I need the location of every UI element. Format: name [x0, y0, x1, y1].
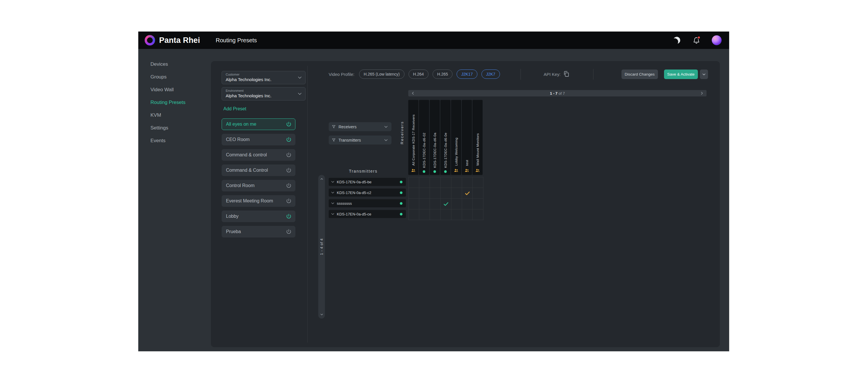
matrix-cell[interactable]	[441, 199, 452, 209]
matrix-cell[interactable]	[462, 177, 473, 188]
matrix-cell[interactable]	[441, 188, 452, 199]
matrix-cell[interactable]	[419, 199, 430, 209]
receiver-column-wall-mount-monitors[interactable]: Wall Mount Monitors	[472, 100, 483, 175]
matrix-cell[interactable]	[441, 177, 452, 188]
customer-select[interactable]: Customer Alpha Technologies Inc.	[222, 71, 306, 84]
matrix-cell[interactable]	[441, 209, 452, 220]
preset-name: Command & Control	[226, 168, 286, 173]
save-activate-button[interactable]: Save & Activate	[664, 69, 698, 79]
video-profile-option-j2k7[interactable]: J2K7	[482, 69, 500, 79]
sidebar-item-devices[interactable]: Devices	[138, 58, 211, 71]
notifications-button[interactable]	[692, 36, 701, 45]
vertical-divider	[307, 66, 308, 343]
sidebar-item-routing-presets[interactable]: Routing Presets	[138, 96, 211, 109]
receiver-column-kds-17dec-0a-d6-02[interactable]: KDS-17DEC-0a-d6-02	[419, 100, 429, 175]
environment-select[interactable]: Environment Alpha Technologies Inc.	[222, 87, 306, 100]
preset-item-ceo-room[interactable]: CEO Room	[222, 134, 296, 145]
previous-page-button[interactable]	[410, 91, 415, 95]
sidebar-item-kvm[interactable]: KVM	[138, 109, 211, 122]
matrix-cell[interactable]	[473, 209, 484, 220]
transmitter-row-kds-17en-0a-d5-c2[interactable]: KDS-17EN-0a-d5-c2	[329, 188, 406, 197]
chevron-down-icon[interactable]	[331, 180, 335, 184]
preset-list: All eyes on meCEO RoomCommand & controlC…	[222, 118, 296, 241]
sidebar-item-video-wall[interactable]: Video Wall	[138, 83, 211, 96]
receivers-filter[interactable]: Receivers	[329, 122, 392, 131]
power-icon[interactable]	[286, 167, 292, 173]
power-icon[interactable]	[286, 229, 292, 235]
matrix-cell[interactable]	[462, 209, 473, 220]
matrix-cell[interactable]	[473, 177, 484, 188]
matrix-cell[interactable]	[452, 188, 462, 199]
chevron-down-icon[interactable]	[331, 190, 335, 195]
receiver-column-test[interactable]: test	[462, 100, 472, 175]
preset-item-command-control[interactable]: Command & Control	[222, 165, 296, 176]
power-icon[interactable]	[286, 183, 292, 188]
save-options-button[interactable]	[700, 69, 708, 79]
page-title: Routing Presets	[216, 37, 257, 44]
check-icon	[443, 201, 449, 207]
matrix-cell[interactable]	[473, 199, 484, 209]
online-dot	[423, 170, 425, 173]
transmitters-filter[interactable]: Transmitters	[329, 136, 392, 145]
receiver-column-kds-17dec-0a-d6-0a[interactable]: KDS-17DEC-0a-d6-0a	[430, 100, 440, 175]
filter-icon	[332, 138, 336, 142]
previous-rows-button[interactable]	[320, 177, 324, 181]
matrix-cell[interactable]	[452, 199, 462, 209]
video-profile-option-j2k17[interactable]: J2K17	[457, 69, 477, 79]
sidebar-item-groups[interactable]: Groups	[138, 71, 211, 83]
video-profile-option-h-265-low-latency[interactable]: H.265 (Low latency)	[359, 69, 404, 79]
chevron-down-icon[interactable]	[331, 212, 335, 216]
matrix-cell[interactable]	[430, 188, 441, 199]
preset-name: Lobby	[226, 214, 286, 219]
matrix-cell[interactable]	[408, 199, 419, 209]
preset-name: All eyes on me	[226, 122, 286, 127]
matrix-cell[interactable]	[462, 199, 473, 209]
transmitter-name: KDS-17EN-0a-d5-c2	[337, 190, 400, 195]
add-preset-button[interactable]: Add Preset	[223, 106, 246, 112]
matrix-cell[interactable]	[419, 177, 430, 188]
next-rows-button[interactable]	[320, 313, 324, 317]
environment-select-value: Alpha Technologies Inc.	[226, 93, 295, 98]
preset-item-lobby[interactable]: Lobby	[222, 210, 296, 222]
preset-item-prueba[interactable]: Prueba	[222, 226, 296, 237]
matrix-cell[interactable]	[408, 188, 419, 199]
matrix-cell[interactable]	[408, 177, 419, 188]
power-icon[interactable]	[286, 152, 292, 158]
sidebar-item-events[interactable]: Events	[138, 135, 211, 147]
matrix-cell[interactable]	[419, 188, 430, 199]
preset-item-all-eyes-on-me[interactable]: All eyes on me	[222, 118, 296, 130]
matrix-cell[interactable]	[430, 177, 441, 188]
next-page-button[interactable]	[700, 91, 704, 95]
power-icon[interactable]	[286, 121, 292, 127]
matrix-cell[interactable]	[430, 209, 441, 220]
transmitter-row-kds-17en-0a-d5-be[interactable]: KDS-17EN-0a-d5-be	[329, 178, 406, 186]
receiver-column-lobby-welcoming[interactable]: Lobby Welcoming	[451, 100, 461, 175]
preset-item-control-room[interactable]: Control Room	[222, 180, 296, 191]
theme-toggle-button[interactable]	[673, 36, 681, 45]
power-icon[interactable]	[286, 213, 292, 219]
transmitter-row-ssssssss[interactable]: ssssssss	[329, 199, 406, 207]
sidebar-item-label: Groups	[151, 74, 167, 80]
matrix-cell[interactable]	[473, 188, 484, 199]
matrix-cell[interactable]	[452, 209, 462, 220]
discard-changes-button[interactable]: Discard Changes	[621, 69, 658, 79]
transmitter-row-kds-17en-0a-d5-ce[interactable]: KDS-17EN-0a-d5-ce	[329, 210, 406, 218]
matrix-cell[interactable]	[419, 209, 430, 220]
receiver-column-kds-17dec-0a-d6-0e[interactable]: KDS-17DEC-0a-d6-0e	[440, 100, 451, 175]
matrix-cell[interactable]	[452, 177, 462, 188]
avatar[interactable]	[712, 35, 722, 45]
matrix-cell[interactable]	[430, 199, 441, 209]
video-profile-option-h-264[interactable]: H.264	[408, 69, 429, 79]
chevron-down-icon[interactable]	[331, 201, 335, 206]
receiver-column-all-corporate-kds-17-receivers[interactable]: All Corporate KDS-17 Receivers	[408, 100, 418, 175]
sidebar-item-label: Video Wall	[151, 87, 174, 93]
matrix-cell[interactable]	[408, 209, 419, 220]
preset-item-command-control[interactable]: Command & control	[222, 149, 296, 161]
power-icon[interactable]	[286, 137, 292, 143]
matrix-cell[interactable]	[462, 188, 473, 199]
video-profile-option-h-265[interactable]: H.265	[433, 69, 453, 79]
power-icon[interactable]	[286, 198, 292, 204]
preset-item-everest-meeting-room[interactable]: Everest Meeting Room	[222, 195, 296, 207]
copy-api-key-button[interactable]	[563, 70, 570, 77]
sidebar-item-settings[interactable]: Settings	[138, 122, 211, 135]
